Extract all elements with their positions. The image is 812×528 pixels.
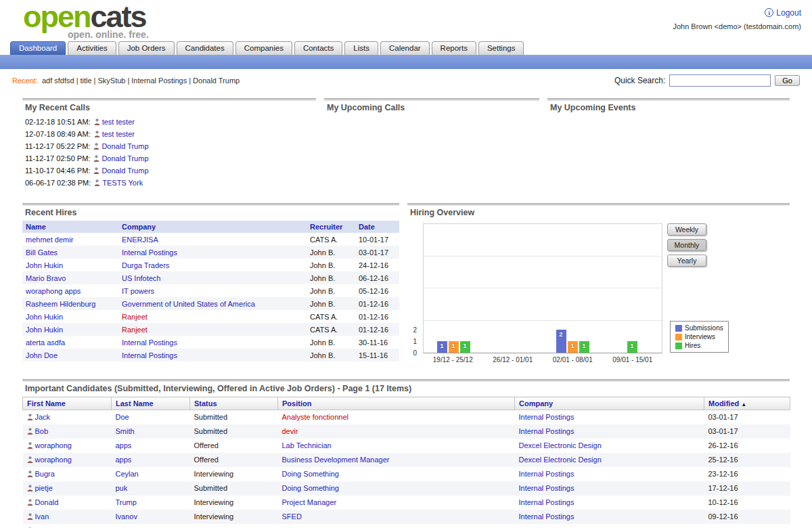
candidate-first-name-link[interactable]: pietje — [35, 484, 53, 492]
hire-company-link[interactable]: Internal Postings — [122, 338, 177, 347]
chart-range-button-weekly[interactable]: Weekly — [667, 223, 706, 236]
hire-name-link[interactable]: Bill Gates — [26, 248, 58, 257]
candidates-column-header[interactable]: Company — [515, 397, 704, 410]
call-contact-link[interactable]: Donald Trump — [102, 167, 148, 175]
tab-reports[interactable]: Reports — [432, 41, 476, 55]
recent-item-link[interactable]: SkyStub — [97, 76, 125, 85]
candidate-first-name-link[interactable]: Ivan — [35, 512, 49, 521]
hire-company-link[interactable]: Durga Traders — [122, 261, 169, 269]
candidate-last-name-link[interactable]: puk — [116, 484, 128, 492]
candidate-first-name-link[interactable]: woraphong — [35, 456, 72, 464]
call-contact-link[interactable]: test tester — [102, 118, 135, 126]
candidate-position-link[interactable]: devir — [282, 427, 298, 435]
hire-company-link[interactable]: US Infotech — [122, 274, 160, 282]
hire-name-link[interactable]: aterta asdfa — [26, 338, 65, 347]
hire-company-link[interactable]: IT powers — [122, 287, 154, 295]
hire-company-link[interactable]: Ranjeet — [122, 326, 148, 334]
candidates-column-header[interactable]: First Name — [23, 397, 112, 410]
candidate-first-name-link[interactable]: Jack — [35, 413, 51, 421]
tab-companies[interactable]: Companies — [235, 41, 292, 55]
important-candidates-title: Important Candidates (Submitted, Intervi… — [22, 379, 790, 395]
chart-bar-hires[interactable]: 1 — [627, 341, 637, 353]
candidate-position-link[interactable]: Project Manager — [282, 498, 337, 506]
tab-settings[interactable]: Settings — [478, 41, 524, 55]
candidate-position-link[interactable]: Lab Technician — [282, 441, 332, 449]
candidate-last-name-link[interactable]: apps — [116, 441, 132, 449]
hire-company-link[interactable]: Government of United States of America — [122, 300, 255, 308]
hire-name-link[interactable]: Rasheem Hildenburg — [26, 300, 95, 308]
tab-job-orders[interactable]: Job Orders — [118, 41, 175, 55]
candidate-last-name-link[interactable]: Trump — [116, 498, 137, 506]
hire-name-link[interactable]: woraphong apps — [26, 287, 81, 295]
candidates-column-header[interactable]: Last Name — [112, 397, 190, 410]
candidate-first-name-link[interactable]: Donald — [35, 498, 59, 506]
call-contact-link[interactable]: test tester — [102, 130, 135, 138]
tab-contacts[interactable]: Contacts — [294, 41, 342, 55]
tab-calendar[interactable]: Calendar — [380, 41, 430, 55]
candidate-company-link[interactable]: Dexcel Electronic Design — [519, 456, 602, 464]
candidate-last-name-link[interactable]: Doe — [116, 413, 129, 421]
tab-candidates[interactable]: Candidates — [177, 41, 233, 55]
candidate-position-link[interactable]: Analyste fonctionnel — [282, 413, 348, 421]
candidates-column-header[interactable]: Status — [190, 397, 278, 410]
recent-item-link[interactable]: Donald Trump — [193, 76, 240, 85]
quick-search-area: Quick Search: Go — [614, 74, 800, 87]
hires-column-header[interactable]: Company — [118, 221, 307, 233]
candidate-company-link[interactable]: Internal Postings — [519, 413, 574, 421]
candidates-column-header[interactable]: Modified▲ — [704, 397, 790, 410]
candidate-last-name-link[interactable]: apps — [116, 456, 132, 464]
candidate-company-link[interactable]: Internal Postings — [519, 427, 574, 435]
hires-column-header[interactable]: Name — [22, 221, 118, 233]
tab-activities[interactable]: Activities — [68, 41, 116, 55]
candidate-position-link[interactable]: Business Development Manager — [282, 456, 390, 464]
call-contact-link[interactable]: Donald Trump — [102, 154, 148, 162]
candidate-company-link[interactable]: Dexcel Electronic Design — [519, 441, 602, 449]
quick-search-go-button[interactable]: Go — [775, 75, 800, 86]
candidate-last-name-link[interactable]: Ivanov — [116, 512, 137, 521]
hire-name-link[interactable]: John Hukin — [26, 326, 63, 334]
logout-link[interactable]: i Logout — [765, 8, 801, 18]
recent-item-link[interactable]: adf sfdfsd — [42, 76, 74, 85]
chart-bar-submissions[interactable]: 1 — [437, 341, 447, 353]
candidate-first-name-link[interactable]: woraphong — [35, 441, 72, 449]
recent-item-link[interactable]: title — [80, 76, 91, 85]
candidate-last-name-link[interactable]: Ceylan — [116, 470, 139, 478]
call-contact-link[interactable]: Donald Trump — [102, 142, 148, 150]
chart-bar-hires[interactable]: 1 — [460, 341, 470, 353]
chart-bar-interviews[interactable]: 1 — [568, 341, 578, 353]
candidate-first-name-link[interactable]: Bugra — [35, 470, 55, 478]
hire-company-link[interactable]: ENERJISA — [122, 236, 158, 244]
chart-range-button-monthly[interactable]: Monthly — [667, 239, 706, 251]
candidate-position-link[interactable]: SFED — [282, 512, 302, 521]
hires-column-header[interactable]: Recruiter — [307, 221, 355, 233]
candidate-position-link[interactable]: Doing Something — [282, 484, 339, 492]
candidates-column-header[interactable]: Position — [278, 397, 515, 410]
hire-name-link[interactable]: John Hukin — [26, 261, 63, 269]
chart-bar-hires[interactable]: 1 — [579, 341, 589, 353]
hire-company-link[interactable]: Internal Postings — [122, 351, 177, 359]
hire-company-link[interactable]: Internal Postings — [122, 248, 177, 257]
candidate-company-link[interactable]: Internal Postings — [519, 470, 574, 478]
hire-name-link[interactable]: mehmet demir — [26, 236, 73, 244]
hire-name-link[interactable]: John Doe — [26, 351, 58, 359]
call-contact-link[interactable]: TESTS York — [102, 179, 143, 187]
candidate-company-link[interactable]: Internal Postings — [519, 498, 574, 506]
recent-item-link[interactable]: Internal Postings — [131, 76, 187, 85]
candidate-company-link[interactable]: Internal Postings — [519, 512, 574, 521]
hire-company-cell: Internal Postings — [118, 336, 307, 349]
hire-name-link[interactable]: John Hukin — [26, 313, 63, 321]
candidate-first-name-link[interactable]: Bob — [35, 427, 49, 435]
quick-search-input[interactable] — [669, 74, 771, 87]
chart-range-button-yearly[interactable]: Yearly — [667, 255, 706, 267]
hire-name-link[interactable]: Mario Bravo — [26, 274, 66, 282]
tab-dashboard[interactable]: Dashboard — [10, 41, 66, 55]
candidate-position-link[interactable]: Doing Something — [282, 470, 339, 478]
chart-bar-submissions[interactable]: 2 — [556, 330, 566, 353]
candidate-last-name-link[interactable]: Smith — [116, 427, 135, 435]
candidate-company-link[interactable]: Internal Postings — [519, 484, 574, 492]
hires-column-header[interactable]: Date — [355, 221, 399, 233]
chart-bar-interviews[interactable]: 1 — [449, 341, 459, 353]
hire-company-link[interactable]: Ranjeet — [122, 313, 148, 321]
tab-lists[interactable]: Lists — [344, 41, 378, 55]
important-candidates-table: First NameLast NameStatusPositionCompany… — [22, 397, 790, 528]
